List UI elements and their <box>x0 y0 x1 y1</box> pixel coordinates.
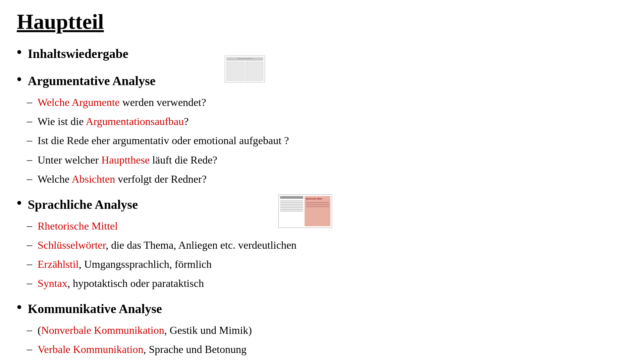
sub-item-nonverbale: – (Nonverbale Kommunikation, Gestik und … <box>27 322 627 339</box>
text-hauptthese: Hauptthese <box>101 154 150 166</box>
text-unter-welcher: Unter welcher <box>38 154 101 166</box>
text-umgangssprachlich: , Umgangssprachlich, förmlich <box>79 258 212 270</box>
text-paren-open: ( <box>38 324 41 336</box>
text-verbale-kommunikation: Verbale Kommunikation <box>38 343 143 355</box>
text-rede-aufgebaut: Ist die Rede eher argumentativ oder emot… <box>38 132 289 149</box>
text-schluesselwoerter: Schlüsselwörter <box>38 239 106 251</box>
text-question-mark: ? <box>184 115 189 127</box>
text-hypotaktisch: , hypotaktisch oder parataktisch <box>67 277 204 289</box>
text-werden-verwendet: werden verwendet? <box>120 96 206 108</box>
text-sprache-betonung: , Sprache und Betonung <box>143 343 247 355</box>
text-erzaehlstil: Erzählstil <box>38 258 79 270</box>
text-syntax: Syntax <box>38 277 67 289</box>
sub-item-verbale: – Verbale Kommunikation, Sprache und Bet… <box>27 341 627 358</box>
sprachliche-analyse-title: Sprachliche Analyse <box>28 194 138 215</box>
bullet-inhaltswiedergabe: • Inhaltswiedergabe <box>17 44 627 64</box>
text-gestik-mimik: , Gestik und Mimik) <box>164 324 252 336</box>
text-laeuft-die-rede: läuft die Rede? <box>150 154 217 166</box>
kommunikative-analyse-title: Kommunikative Analyse <box>28 299 162 319</box>
sub-item-argumentationsaufbau: – Wie ist die Argumentationsaufbau? <box>27 113 627 130</box>
text-argumentationsaufbau: Argumentationsaufbau <box>86 115 184 127</box>
sub-item-bezuege: – Bezüge der Redners zum Publikum <box>27 360 627 362</box>
text-welche: Welche <box>38 173 71 185</box>
sub-item-syntax: – Syntax, hypotaktisch oder parataktisch <box>27 275 627 292</box>
text-welche-argumente: Welche Argumente <box>38 96 120 108</box>
inhaltswiedergabe-title: Inhaltswiedergabe <box>28 44 128 64</box>
thumbnail-argumentative: Argumentationsanalyse <box>225 56 265 82</box>
text-wie-ist-die: Wie ist die <box>38 115 86 127</box>
section-inhaltswiedergabe: • Inhaltswiedergabe <box>17 44 627 64</box>
bullet-argumentative-analyse: • Argumentative Analyse <box>17 71 627 91</box>
argumentative-analyse-sub-items: – Welche Argumente werden verwendet? – W… <box>27 94 627 188</box>
section-kommunikative-analyse: • Kommunikative Analyse – (Nonverbale Ko… <box>17 299 627 362</box>
kommunikative-analyse-sub-items: – (Nonverbale Kommunikation, Gestik und … <box>27 322 627 362</box>
thumb-rhetorische-img: Rhetorische Mittel <box>278 194 332 228</box>
text-nonverbale-kommunikation: Nonverbale Kommunikation <box>41 324 164 336</box>
bullet-dot-4: • <box>17 299 22 315</box>
argumentative-analyse-title: Argumentative Analyse <box>28 71 156 91</box>
thumbnail-rhetorische: Rhetorische Mittel <box>278 194 332 228</box>
sub-item-argumente: – Welche Argumente werden verwendet? <box>27 94 627 111</box>
page-title: Hauptteil <box>17 10 627 34</box>
sub-item-absichten: – Welche Absichten verfolgt der Redner? <box>27 171 627 188</box>
thumb-left <box>280 196 303 226</box>
sub-item-hauptthese: – Unter welcher Hauptthese läuft die Red… <box>27 152 627 169</box>
section-argumentative-analyse: • Argumentative Analyse Argumentationsan… <box>17 71 627 188</box>
text-absichten: Absichten <box>71 173 115 185</box>
sprachliche-analyse-sub-items: – Rhetorische Mittel – Schlüsselwörter, … <box>27 218 627 292</box>
bullet-kommunikative-analyse: • Kommunikative Analyse <box>17 299 627 319</box>
text-verfolgt-der-redner: verfolgt der Redner? <box>115 173 207 185</box>
section-sprachliche-analyse: • Sprachliche Analyse Rhetorische Mittel <box>17 194 627 292</box>
text-rhetorische-mittel: Rhetorische Mittel <box>38 218 118 235</box>
sub-item-rede-aufgebaut: – Ist die Rede eher argumentativ oder em… <box>27 132 627 149</box>
thumb-argumentative-img: Argumentationsanalyse <box>225 56 265 82</box>
bullet-dot: • <box>17 44 22 60</box>
sub-item-erzaehlstil: – Erzählstil, Umgangssprachlich, förmlic… <box>27 256 627 273</box>
sub-item-schluesselwoerter: – Schlüsselwörter, die das Thema, Anlieg… <box>27 237 627 254</box>
main-content: • Inhaltswiedergabe • Argumentative Anal… <box>17 44 627 362</box>
text-die-das-thema: , die das Thema, Anliegen etc. verdeutli… <box>106 239 297 251</box>
bullet-dot-3: • <box>17 194 22 211</box>
thumb-right: Rhetorische Mittel <box>305 196 330 226</box>
bullet-dot-2: • <box>17 71 22 87</box>
